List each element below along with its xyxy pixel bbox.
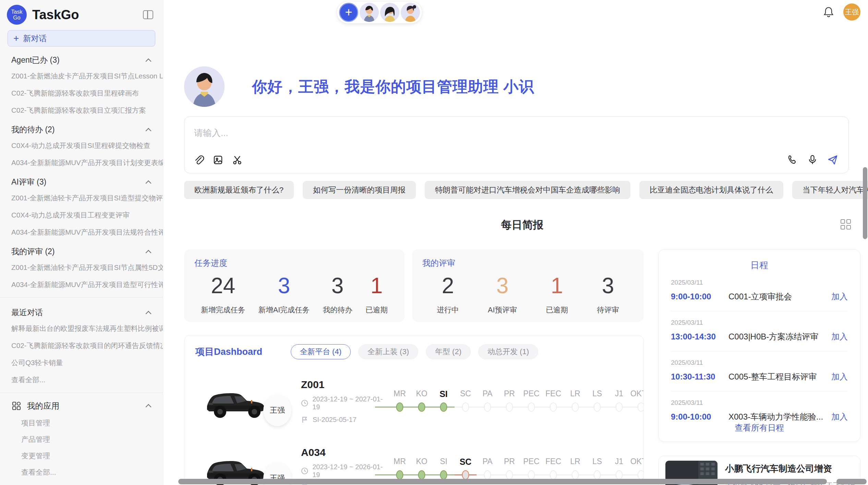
- milestone-node: [462, 470, 469, 480]
- horizontal-scrollbar[interactable]: [178, 479, 827, 484]
- milestone-node: [506, 402, 513, 412]
- list-item[interactable]: C0X4-动力总成开发项目SI里程碑提交物检查: [0, 137, 163, 154]
- sidebar-item-change-mgmt[interactable]: 变更管理: [0, 448, 163, 464]
- list-item[interactable]: Z001-全新燃油轻卡产品开发项目SI造型提交物评审: [0, 189, 163, 207]
- news-title[interactable]: 小鹏飞行汽车制造公司增资: [725, 463, 860, 475]
- notifications-bell-icon[interactable]: [823, 6, 834, 18]
- section-ai-review[interactable]: AI评审 (3): [0, 171, 163, 189]
- chevron-up-icon[interactable]: [146, 311, 152, 316]
- list-item[interactable]: Z001-全新燃油轻卡产品开发项目SI节点属性5D文件评审: [0, 259, 163, 276]
- chevron-up-icon[interactable]: [146, 128, 152, 134]
- suggestion-chip[interactable]: 当下年轻人对汽车外观有怎样的喜好趋势: [792, 181, 868, 199]
- milestone-mr: MR: [389, 457, 411, 481]
- join-link[interactable]: 加入: [831, 371, 848, 382]
- schedule-event-title: C001-立项审批会: [728, 291, 831, 302]
- list-item[interactable]: 解释最新出台的欧盟报废车法规再生塑料比例被调至15%...: [0, 320, 163, 337]
- stat-new-done: 24 新增完成任务: [201, 273, 245, 315]
- chat-input-card[interactable]: 请输入...: [184, 116, 849, 173]
- stat-my-todo: 3 我的待办: [323, 273, 352, 315]
- milestone-sc: SC: [455, 457, 477, 481]
- list-item[interactable]: Z001-全新燃油皮卡产品开发项目SI节点Lesson Learn报告: [0, 67, 163, 85]
- list-item[interactable]: A034-全新新能源MUV产品开发项目法规符合性评审: [0, 224, 163, 241]
- join-link[interactable]: 加入: [831, 331, 848, 342]
- image-icon[interactable]: [213, 154, 224, 165]
- chevron-up-icon[interactable]: [146, 58, 152, 64]
- join-link[interactable]: 加入: [831, 411, 848, 422]
- tab-year-model[interactable]: 年型 (2): [426, 344, 471, 359]
- add-session-button[interactable]: +: [339, 3, 358, 22]
- project-dates: 2023-12-19 ~ 2026-01-19: [301, 463, 387, 479]
- milestone-oktb: OKTB: [630, 389, 644, 413]
- microphone-icon[interactable]: [807, 154, 818, 165]
- main-area: +: [163, 0, 868, 485]
- greeting-text: 你好，王强，我是你的项目管理助理 小识: [252, 77, 534, 97]
- chevron-up-icon[interactable]: [146, 180, 152, 186]
- list-item[interactable]: A034-全新新能源MUV产品开发项目计划变更表编写: [0, 154, 163, 171]
- daily-briefing-title: 每日简报: [184, 218, 860, 232]
- suggestion-chip[interactable]: 欧洲新规最近颁布了什么?: [184, 181, 294, 199]
- view-all-schedule-link[interactable]: 查看所有日程: [659, 422, 860, 433]
- milestone-si: SI: [433, 389, 455, 413]
- section-my-apps[interactable]: 我的应用: [0, 397, 163, 415]
- phone-icon[interactable]: [787, 154, 798, 165]
- milestone-node: [484, 402, 491, 412]
- avatar[interactable]: [401, 3, 420, 22]
- milestone-oktb: OKTB: [630, 457, 644, 481]
- list-item[interactable]: C02-飞腾新能源轻客改款项目立项汇报方案: [0, 102, 163, 119]
- section-my-todo[interactable]: 我的待办 (2): [0, 119, 163, 137]
- attachment-icon[interactable]: [193, 154, 204, 165]
- milestone-node: [462, 402, 469, 412]
- milestone-node: [418, 402, 425, 412]
- chevron-up-icon[interactable]: [146, 250, 152, 256]
- section-agent-done[interactable]: Agent已办 (3): [0, 49, 163, 67]
- milestone-mr: MR: [389, 389, 411, 413]
- view-all-apps[interactable]: 查看全部...: [0, 464, 163, 481]
- avatar[interactable]: [380, 3, 399, 22]
- suggestion-chip[interactable]: 比亚迪全固态电池计划具体说了什么: [639, 181, 783, 199]
- chevron-up-icon[interactable]: [146, 404, 152, 410]
- join-link[interactable]: 加入: [831, 291, 848, 302]
- schedule-title: 日程: [671, 259, 848, 271]
- stat-pending-review: 3 待评审: [597, 273, 619, 315]
- new-chat-label: 新对话: [23, 33, 47, 44]
- project-row[interactable]: 王强 Z001 2023-12-19 ~ 2027-01-19 SI-2025-…: [184, 372, 643, 431]
- milestone-node: [638, 402, 644, 412]
- milestone-pec: PEC: [520, 457, 542, 481]
- flag-icon: [301, 416, 309, 423]
- list-item[interactable]: C0X4-动力总成开发项目工程变更评审: [0, 207, 163, 224]
- schedule-date: 2025/03/11: [671, 399, 848, 407]
- tab-new-platform[interactable]: 全新平台 (4): [291, 344, 351, 359]
- project-row[interactable]: 王强 A034 2023-12-19 ~ 2026-01-19 SC-2025-…: [184, 439, 643, 485]
- horizontal-scrollbar-segment[interactable]: [836, 479, 867, 484]
- sidebar-item-product-mgmt[interactable]: 产品管理: [0, 431, 163, 448]
- user-avatar[interactable]: 王强: [843, 3, 860, 21]
- tab-new-body[interactable]: 全新上装 (3): [358, 344, 418, 359]
- topbar-right: 王强: [823, 3, 860, 21]
- vertical-scrollbar[interactable]: [863, 167, 867, 239]
- list-item[interactable]: A034-全新新能源MUV产品开发项目造型可行性评审: [0, 276, 163, 293]
- sidebar-item-project-mgmt[interactable]: 项目管理: [0, 415, 163, 431]
- chat-input-placeholder[interactable]: 请输入...: [194, 127, 228, 139]
- tab-powertrain[interactable]: 动总开发 (1): [478, 344, 538, 359]
- suggestion-chip[interactable]: 如何写一份清晰的项目周报: [303, 181, 416, 199]
- send-icon[interactable]: [827, 154, 838, 165]
- section-recent-chats[interactable]: 最近对话: [0, 302, 163, 320]
- avatar[interactable]: [360, 3, 379, 22]
- layout-grid-icon[interactable]: [841, 219, 851, 229]
- milestone-node: [594, 470, 601, 480]
- list-item[interactable]: C02-飞腾新能源轻客改款项目里程碑画布: [0, 85, 163, 102]
- view-all-chats[interactable]: 查看全部...: [0, 371, 163, 388]
- list-item[interactable]: C02-飞腾新能源轻客改款项目的闭环通告反馈情况: [0, 337, 163, 354]
- plus-icon: +: [13, 33, 19, 44]
- collapse-sidebar-icon[interactable]: [143, 10, 153, 19]
- logo-text-bottom: Go: [13, 15, 20, 21]
- section-title: 我的评审 (2): [11, 246, 146, 257]
- schedule-card: 日程 2025/03/11 9:00-10:00 C001-立项审批会 加入 2…: [658, 249, 860, 442]
- scissors-icon[interactable]: [232, 154, 243, 165]
- new-chat-button[interactable]: + 新对话: [8, 30, 155, 47]
- milestone-node: [484, 470, 491, 480]
- sidebar-item-cloud-space[interactable]: 我的云空间: [0, 481, 163, 485]
- suggestion-chip[interactable]: 特朗普可能对进口汽车增税会对中国车企造成哪些影响: [425, 181, 630, 199]
- section-my-review[interactable]: 我的评审 (2): [0, 241, 163, 259]
- list-item[interactable]: 公司Q3轻卡销量: [0, 354, 163, 371]
